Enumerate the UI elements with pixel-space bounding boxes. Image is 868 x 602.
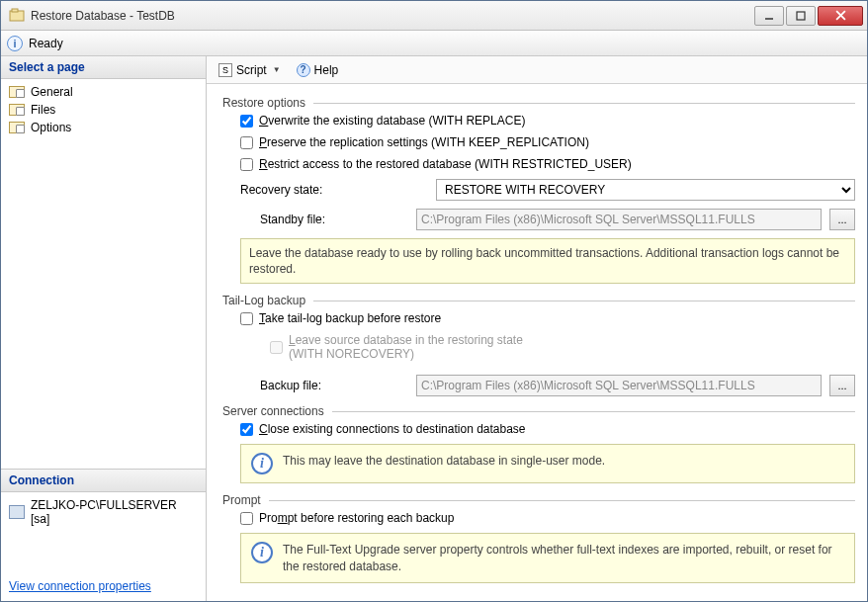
connection-row: ZELJKO-PC\FULLSERVER [sa] bbox=[1, 492, 206, 532]
overwrite-checkbox[interactable] bbox=[240, 115, 253, 128]
svg-rect-3 bbox=[797, 12, 805, 20]
window-title: Restore Database - TestDB bbox=[31, 9, 754, 23]
prompt-before-checkbox[interactable] bbox=[240, 512, 253, 525]
connection-string: ZELJKO-PC\FULLSERVER [sa] bbox=[31, 498, 198, 526]
backup-file-input bbox=[416, 375, 822, 396]
recovery-state-select[interactable]: RESTORE WITH RECOVERY bbox=[436, 179, 855, 201]
prompt-group: Prompt bbox=[222, 493, 855, 507]
nav-files-label: Files bbox=[31, 103, 55, 117]
view-connection-properties-link[interactable]: View connection properties bbox=[1, 571, 206, 601]
overwrite-label[interactable]: Overwrite the existing database (WITH RE… bbox=[259, 114, 525, 128]
script-label: Script bbox=[236, 63, 267, 77]
minimize-button[interactable] bbox=[754, 6, 784, 26]
script-icon: S bbox=[218, 63, 232, 77]
take-tail-log-label[interactable]: Take tail-log backup before restore bbox=[259, 311, 441, 325]
options-panel: Restore options Overwrite the existing d… bbox=[207, 84, 867, 601]
nav-general[interactable]: General bbox=[1, 83, 206, 101]
recovery-info-box: Leave the database ready to use by rolli… bbox=[240, 238, 855, 284]
standby-file-input bbox=[416, 209, 822, 230]
prompt-info-box: i The Full-Text Upgrade server property … bbox=[240, 533, 855, 582]
server-icon bbox=[9, 505, 25, 519]
info-icon: i bbox=[7, 36, 23, 51]
restrict-access-label[interactable]: Restrict access to the restored database… bbox=[259, 157, 632, 171]
status-bar: i Ready bbox=[1, 31, 867, 56]
preserve-replication-checkbox[interactable] bbox=[240, 136, 253, 149]
status-text: Ready bbox=[29, 37, 63, 50]
server-conn-info-box: i This may leave the destination databas… bbox=[240, 444, 855, 483]
take-tail-log-checkbox[interactable] bbox=[240, 312, 253, 325]
maximize-button[interactable] bbox=[786, 6, 816, 26]
info-icon: i bbox=[251, 453, 273, 474]
standby-browse-button[interactable]: ... bbox=[829, 209, 855, 230]
restore-options-group: Restore options bbox=[222, 96, 855, 110]
preserve-replication-label[interactable]: Preserve the replication settings (WITH … bbox=[259, 135, 589, 149]
restrict-access-checkbox[interactable] bbox=[240, 158, 253, 171]
tail-log-group: Tail-Log backup bbox=[222, 294, 855, 307]
svg-rect-1 bbox=[12, 9, 18, 12]
page-icon bbox=[9, 104, 25, 116]
close-connections-label[interactable]: Close existing connections to destinatio… bbox=[259, 422, 526, 436]
sidebar: Select a page General Files Options Conn… bbox=[1, 56, 207, 601]
titlebar: Restore Database - TestDB bbox=[1, 1, 867, 31]
nav-files[interactable]: Files bbox=[1, 101, 206, 119]
backup-file-label: Backup file: bbox=[240, 379, 408, 392]
page-icon bbox=[9, 86, 25, 98]
leave-source-label: Leave source database in the restoring s… bbox=[289, 333, 523, 361]
leave-source-checkbox bbox=[270, 341, 283, 354]
script-button[interactable]: S Script ▼ bbox=[215, 61, 285, 79]
prompt-before-label[interactable]: Prompt before restoring each backup bbox=[259, 511, 454, 525]
page-icon bbox=[9, 122, 25, 133]
standby-file-label: Standby file: bbox=[240, 213, 408, 226]
chevron-down-icon: ▼ bbox=[273, 65, 281, 74]
app-icon bbox=[9, 8, 25, 24]
close-connections-checkbox[interactable] bbox=[240, 423, 253, 436]
close-button[interactable] bbox=[818, 6, 863, 26]
nav-options[interactable]: Options bbox=[1, 119, 206, 136]
nav-options-label: Options bbox=[31, 121, 71, 134]
help-label: Help bbox=[314, 63, 339, 77]
nav-general-label: General bbox=[31, 85, 73, 99]
connection-header: Connection bbox=[1, 469, 206, 492]
backup-browse-button[interactable]: ... bbox=[829, 375, 855, 396]
server-connections-group: Server connections bbox=[222, 404, 855, 418]
help-icon: ? bbox=[297, 63, 310, 77]
select-page-header: Select a page bbox=[1, 56, 206, 79]
info-icon: i bbox=[251, 542, 273, 563]
toolbar: S Script ▼ ? Help bbox=[207, 56, 867, 84]
help-button[interactable]: ? Help bbox=[293, 61, 343, 79]
recovery-state-label: Recovery state: bbox=[240, 183, 428, 197]
